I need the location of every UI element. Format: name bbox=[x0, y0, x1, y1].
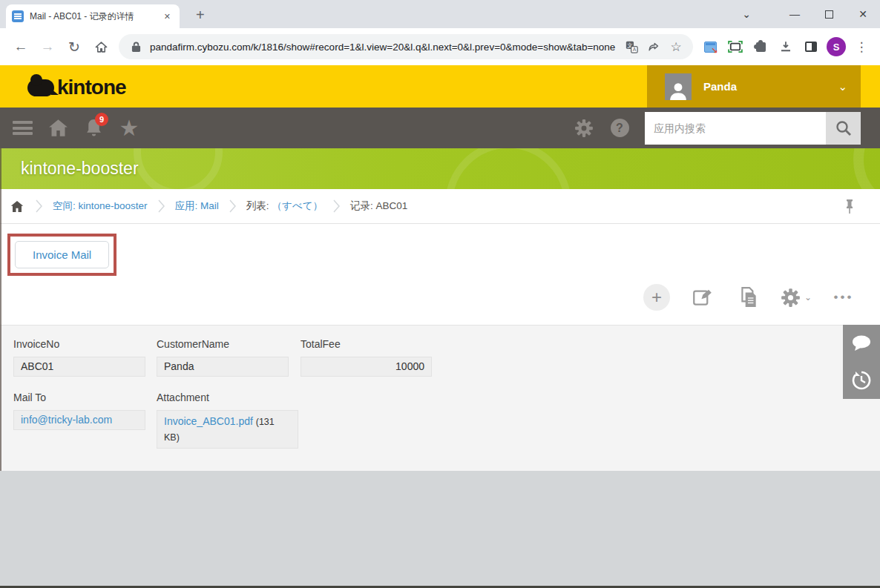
help-icon: ? bbox=[611, 119, 629, 137]
copy-icon bbox=[739, 287, 758, 308]
lock-icon bbox=[128, 39, 144, 55]
breadcrumb-separator bbox=[333, 199, 340, 213]
browser-tab[interactable]: Mail - ABC01 - 记录的详情 ✕ bbox=[6, 4, 180, 28]
window-close-button[interactable]: ✕ bbox=[846, 0, 880, 28]
download-icon[interactable] bbox=[775, 36, 797, 58]
breadcrumb-separator bbox=[36, 199, 42, 213]
settings-chevron-down-icon: ⌄ bbox=[804, 292, 812, 303]
breadcrumb-app-link[interactable]: 应用: Mail bbox=[175, 199, 219, 213]
app-search-button[interactable] bbox=[826, 112, 861, 145]
browser-menu-icon[interactable]: ⋮ bbox=[850, 36, 873, 58]
breadcrumb-separator bbox=[229, 199, 236, 213]
hamburger-icon bbox=[13, 121, 33, 135]
plus-icon: + bbox=[643, 284, 670, 311]
breadcrumb-home-icon[interactable] bbox=[10, 200, 24, 213]
comment-bubble-icon bbox=[852, 335, 871, 351]
portal-home-icon bbox=[48, 119, 68, 137]
kintone-logo-text: kintone bbox=[57, 76, 126, 99]
field-total-fee: TotalFee 10000 bbox=[301, 338, 432, 377]
tab-title: Mail - ABC01 - 记录的详情 bbox=[30, 10, 155, 23]
window-left-edge bbox=[0, 148, 1, 471]
browser-toolbar: ← → ↻ pandafirm.cybozu.com/k/1816/show#r… bbox=[0, 28, 880, 65]
kintone-logo[interactable]: kintone bbox=[27, 76, 126, 99]
breadcrumb-list-link[interactable]: （すべて） bbox=[272, 199, 323, 213]
nav-settings-button[interactable] bbox=[566, 108, 602, 148]
nav-right-group: ? bbox=[566, 108, 880, 148]
new-tab-button[interactable]: + bbox=[190, 6, 211, 24]
history-clock-icon bbox=[852, 371, 871, 390]
url-text[interactable]: pandafirm.cybozu.com/k/1816/show#record=… bbox=[150, 42, 617, 53]
space-title[interactable]: kintone-booster bbox=[21, 148, 139, 189]
home-icon bbox=[94, 40, 108, 54]
browser-home-button[interactable] bbox=[88, 33, 114, 60]
translate-icon[interactable]: 文A bbox=[623, 39, 640, 55]
user-name: Panda bbox=[703, 80, 826, 93]
add-record-button[interactable]: + bbox=[643, 283, 671, 311]
breadcrumb-space-link[interactable]: 空间: kintone-booster bbox=[53, 199, 148, 213]
share-icon[interactable] bbox=[646, 39, 662, 55]
back-button[interactable]: ← bbox=[7, 33, 34, 60]
record-settings-button[interactable]: ⌄ bbox=[781, 283, 812, 311]
pin-icon[interactable] bbox=[844, 198, 855, 214]
app-search-input[interactable] bbox=[645, 112, 826, 145]
bookmark-star-icon[interactable]: ☆ bbox=[668, 39, 684, 55]
nav-menu-button[interactable] bbox=[4, 108, 40, 148]
more-options-button[interactable]: ••• bbox=[830, 283, 858, 311]
breadcrumb: 空间: kintone-booster 应用: Mail 列表: （すべて） 记… bbox=[0, 189, 880, 224]
ellipsis-icon: ••• bbox=[834, 290, 854, 305]
nav-help-button[interactable]: ? bbox=[602, 108, 637, 148]
window-minimize-button[interactable]: — bbox=[778, 0, 812, 28]
field-value: Panda bbox=[157, 357, 289, 377]
comments-toggle-button[interactable] bbox=[843, 325, 880, 362]
field-value: 10000 bbox=[301, 357, 432, 377]
screen-capture-icon[interactable] bbox=[724, 36, 746, 58]
field-label: Mail To bbox=[13, 392, 145, 403]
settings-gear-icon bbox=[781, 288, 801, 308]
field-attachment: Attachment Invoice_ABC01.pdf (131 KB) bbox=[157, 392, 298, 449]
attachment-file-link[interactable]: Invoice_ABC01.pdf bbox=[164, 415, 253, 427]
nav-home-button[interactable] bbox=[40, 108, 76, 148]
svg-text:A: A bbox=[632, 47, 636, 52]
extensions-area: S ⋮ bbox=[699, 36, 873, 58]
invoice-mail-button[interactable]: Invoice Mail bbox=[15, 241, 109, 268]
browser-titlebar: Mail - ABC01 - 记录的详情 ✕ + ⌄ — ✕ bbox=[0, 0, 880, 28]
extensions-puzzle-icon[interactable] bbox=[749, 36, 772, 58]
screen: Mail - ABC01 - 记录的详情 ✕ + ⌄ — ✕ ← → ↻ pan… bbox=[0, 0, 880, 588]
notification-badge: 9 bbox=[95, 113, 108, 126]
tab-close-icon[interactable]: ✕ bbox=[161, 10, 174, 23]
profile-initial: S bbox=[827, 37, 846, 56]
kintone-header: kintone Panda ⌄ bbox=[0, 65, 880, 108]
url-bar[interactable]: pandafirm.cybozu.com/k/1816/show#record=… bbox=[119, 34, 693, 59]
mail-to-link[interactable]: info@tricky-lab.com bbox=[21, 414, 112, 426]
gear-icon bbox=[574, 119, 594, 138]
field-label: TotalFee bbox=[301, 338, 432, 350]
space-banner[interactable]: kintone-booster bbox=[0, 148, 880, 189]
tab-search-chevron-icon[interactable]: ⌄ bbox=[732, 0, 761, 28]
field-label: Attachment bbox=[157, 392, 298, 403]
breadcrumb-record-current: 记录: ABC01 bbox=[350, 199, 407, 213]
side-panel-icon[interactable] bbox=[800, 36, 822, 58]
field-mail-to: Mail To info@tricky-lab.com bbox=[13, 392, 145, 430]
user-menu[interactable]: Panda ⌄ bbox=[647, 65, 861, 108]
nav-notifications-button[interactable]: 9 bbox=[76, 108, 111, 148]
app-search bbox=[645, 112, 861, 145]
nav-favorites-button[interactable]: ★ bbox=[111, 108, 147, 148]
star-icon: ★ bbox=[119, 117, 139, 139]
record-actions-toolbar: + ⌄ ••• bbox=[643, 283, 858, 311]
maximize-icon bbox=[825, 10, 833, 19]
duplicate-record-button[interactable] bbox=[735, 283, 763, 311]
field-value: ABC01 bbox=[13, 357, 145, 377]
reload-button[interactable]: ↻ bbox=[61, 33, 88, 60]
extension-window-icon[interactable] bbox=[699, 36, 721, 58]
window-maximize-button[interactable] bbox=[812, 0, 846, 28]
record-detail-form: InvoiceNo ABC01 CustomerName Panda Total… bbox=[0, 325, 880, 471]
browser-profile-avatar[interactable]: S bbox=[825, 36, 847, 58]
edit-record-button[interactable] bbox=[689, 283, 717, 311]
kintone-favicon-icon bbox=[12, 10, 24, 22]
forward-button[interactable]: → bbox=[34, 33, 61, 60]
record-side-rail bbox=[843, 325, 880, 399]
field-invoice-no: InvoiceNo ABC01 bbox=[13, 338, 145, 377]
record-header-section: Invoice Mail + ⌄ ••• bbox=[0, 224, 880, 325]
breadcrumb-separator bbox=[158, 199, 165, 213]
history-toggle-button[interactable] bbox=[843, 362, 880, 399]
